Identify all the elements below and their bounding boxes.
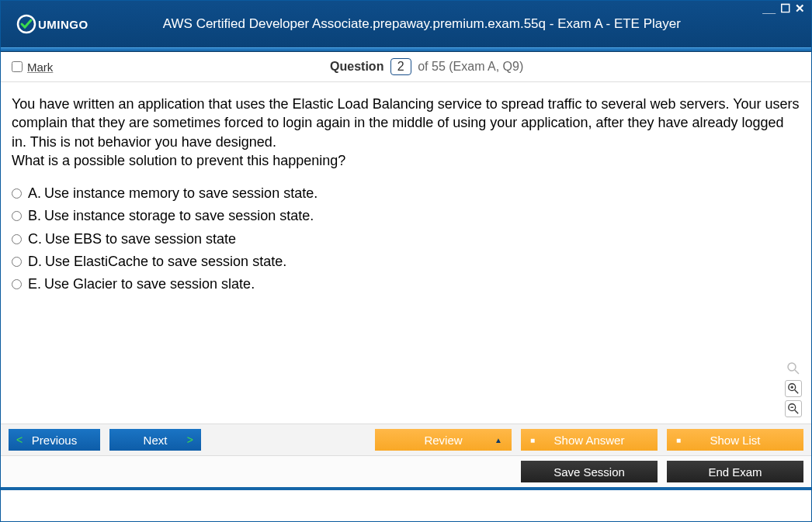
show-answer-button[interactable]: ■Show Answer	[521, 429, 658, 451]
question-number[interactable]: 2	[390, 58, 411, 75]
answer-radio[interactable]	[12, 257, 22, 267]
question-of-text: of 55 (Exam A, Q9)	[418, 60, 523, 73]
zoom-in-icon[interactable]	[785, 380, 802, 397]
answer-option[interactable]: D.Use ElastiCache to save session state.	[12, 252, 800, 271]
minimize-icon[interactable]: __	[762, 4, 776, 13]
answer-option[interactable]: C.Use EBS to save session state	[12, 230, 800, 248]
check-circle-icon	[16, 14, 36, 34]
show-list-button[interactable]: ■Show List	[667, 429, 803, 451]
bottom-border	[1, 487, 811, 490]
chevron-right-icon: >	[187, 434, 193, 446]
mark-checkbox[interactable]: Mark	[12, 60, 53, 74]
search-icon[interactable]	[785, 360, 802, 377]
review-button[interactable]: Review▲	[375, 429, 512, 451]
chevron-left-icon: <	[16, 434, 23, 446]
answer-text: Use instance storage to save session sta…	[44, 206, 314, 225]
answer-text: Use Glacier to save session slate.	[44, 275, 255, 293]
square-icon: ■	[530, 436, 535, 444]
zoom-out-icon[interactable]	[785, 400, 802, 417]
end-exam-button[interactable]: End Exam	[667, 461, 803, 482]
question-indicator: Question 2 of 55 (Exam A, Q9)	[53, 58, 800, 75]
secondary-toolbar: Save Session End Exam	[1, 455, 811, 487]
answers-group: A.Use instance memory to save session st…	[12, 184, 800, 293]
save-session-button[interactable]: Save Session	[521, 461, 658, 482]
question-word: Question	[330, 60, 383, 73]
previous-button[interactable]: <Previous	[9, 429, 100, 451]
window-title: AWS Certified Developer Associate.prepaw…	[88, 16, 802, 32]
mark-input[interactable]	[12, 61, 23, 72]
answer-radio[interactable]	[12, 279, 22, 289]
primary-toolbar: <Previous Next> Review▲ ■Show Answer ■Sh…	[1, 423, 811, 455]
content-area: You have written an application that use…	[1, 82, 811, 423]
close-icon[interactable]: ✕	[795, 4, 805, 13]
answer-letter: E.	[28, 275, 41, 293]
logo-text: UMINGO	[38, 18, 88, 31]
next-button[interactable]: Next>	[109, 429, 201, 451]
square-icon: ■	[676, 436, 681, 444]
answer-option[interactable]: E.Use Glacier to save session slate.	[12, 275, 800, 293]
question-text: You have written an application that use…	[12, 95, 800, 170]
answer-text: Use instance memory to save session stat…	[44, 184, 318, 202]
answer-radio[interactable]	[12, 211, 22, 221]
answer-option[interactable]: B.Use instance storage to save session s…	[12, 206, 800, 225]
maximize-icon[interactable]: ☐	[780, 4, 790, 13]
triangle-up-icon: ▲	[494, 436, 502, 444]
answer-radio[interactable]	[12, 234, 22, 244]
answer-letter: A.	[28, 184, 41, 202]
answer-option[interactable]: A.Use instance memory to save session st…	[12, 184, 800, 202]
answer-radio[interactable]	[12, 188, 22, 199]
svg-line-8	[795, 410, 798, 413]
svg-line-2	[795, 370, 799, 374]
sub-header: Mark Question 2 of 55 (Exam A, Q9)	[1, 52, 811, 82]
window-controls: __ ☐ ✕	[762, 4, 805, 13]
svg-point-1	[788, 363, 796, 371]
answer-text: Use EBS to save session state	[45, 230, 236, 248]
svg-line-4	[795, 390, 798, 393]
answer-letter: C.	[28, 230, 42, 248]
zoom-controls	[785, 360, 802, 417]
answer-letter: D.	[28, 252, 42, 271]
answer-text: Use ElastiCache to save session state.	[45, 252, 286, 271]
answer-letter: B.	[28, 206, 41, 225]
app-logo: UMINGO	[16, 14, 88, 34]
title-bar: UMINGO AWS Certified Developer Associate…	[1, 1, 811, 47]
mark-label: Mark	[27, 60, 53, 74]
